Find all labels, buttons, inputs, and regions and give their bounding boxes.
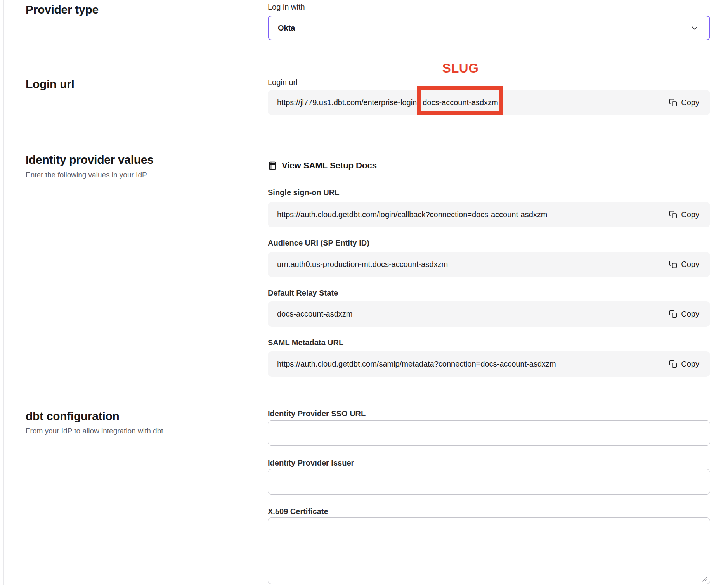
idp-sso-url-input[interactable] — [268, 420, 710, 446]
audience-uri-label: Audience URI (SP Entity ID) — [268, 238, 710, 248]
copy-button-label: Copy — [681, 98, 699, 107]
copy-icon — [669, 260, 677, 269]
copy-icon — [669, 210, 677, 219]
copy-saml-metadata-url-button[interactable]: Copy — [669, 360, 699, 369]
saml-metadata-url-label: SAML Metadata URL — [268, 338, 710, 347]
idp-sso-url-label: Identity Provider SSO URL — [268, 409, 710, 418]
copy-audience-uri-button[interactable]: Copy — [669, 260, 699, 269]
default-relay-state-label: Default Relay State — [268, 288, 710, 298]
x509-certificate-textarea[interactable] — [268, 518, 710, 584]
copy-button-label: Copy — [681, 210, 699, 219]
settings-form-column: Log in with Okta Login url https://jl779… — [268, 0, 710, 584]
saml-metadata-url-value: https://auth.cloud.getdbt.com/samlp/meta… — [277, 360, 556, 369]
dbt-configuration-subtitle: From your IdP to allow integration with … — [26, 427, 165, 435]
login-url-slug-wrap: docs-account-asdxzmSLUG — [423, 98, 498, 107]
copy-button-label: Copy — [681, 310, 699, 318]
view-saml-setup-docs-link[interactable]: View SAML Setup Docs — [268, 161, 710, 171]
copy-icon — [669, 360, 677, 369]
x509-certificate-textarea-wrap — [268, 518, 710, 584]
audience-uri-value: urn:auth0:us-production-mt:docs-account-… — [277, 260, 448, 269]
view-saml-setup-docs-label: View SAML Setup Docs — [282, 161, 377, 171]
login-url-slug: docs-account-asdxzm — [423, 98, 498, 107]
idp-issuer-input[interactable] — [268, 469, 710, 495]
login-url-prefix: https://jl779.us1.dbt.com/enterprise-log… — [277, 98, 417, 107]
copy-button-label: Copy — [681, 260, 699, 269]
panel-left-border — [3, 0, 4, 585]
x509-certificate-label: X.509 Certificate — [268, 507, 710, 516]
section-heading-identity-provider-values: Identity provider values — [26, 153, 154, 166]
sso-url-field: https://auth.cloud.getdbt.com/login/call… — [268, 202, 710, 227]
chevron-down-icon — [690, 23, 699, 33]
slug-annotation: SLUG — [442, 61, 479, 76]
copy-icon — [669, 310, 677, 318]
section-heading-login-url: Login url — [26, 78, 75, 91]
copy-login-url-button[interactable]: Copy — [669, 98, 699, 107]
copy-button-label: Copy — [681, 360, 699, 369]
login-url-field-label: Login url — [268, 78, 710, 87]
sso-url-value: https://auth.cloud.getdbt.com/login/call… — [277, 210, 548, 219]
copy-icon — [669, 98, 677, 107]
section-heading-provider-type: Provider type — [26, 3, 99, 16]
default-relay-state-value: docs-account-asdxzm — [277, 310, 353, 318]
log-in-with-label: Log in with — [268, 2, 710, 12]
copy-default-relay-state-button[interactable]: Copy — [669, 310, 699, 318]
journal-icon — [268, 161, 277, 171]
section-heading-dbt-configuration: dbt configuration — [26, 410, 120, 423]
identity-provider-values-subtitle: Enter the following values in your IdP. — [26, 171, 148, 179]
audience-uri-field: urn:auth0:us-production-mt:docs-account-… — [268, 252, 710, 277]
sso-url-label: Single sign-on URL — [268, 188, 710, 197]
provider-type-select[interactable]: Okta — [268, 16, 710, 40]
login-url-field: https://jl779.us1.dbt.com/enterprise-log… — [268, 90, 710, 115]
saml-metadata-url-field: https://auth.cloud.getdbt.com/samlp/meta… — [268, 351, 710, 377]
login-url-value: https://jl779.us1.dbt.com/enterprise-log… — [277, 98, 498, 107]
idp-issuer-label: Identity Provider Issuer — [268, 458, 710, 467]
sso-settings-page: Provider type Login url Identity provide… — [0, 0, 728, 585]
copy-sso-url-button[interactable]: Copy — [669, 210, 699, 219]
default-relay-state-field: docs-account-asdxzm Copy — [268, 301, 710, 327]
provider-type-selected-value: Okta — [278, 24, 295, 33]
